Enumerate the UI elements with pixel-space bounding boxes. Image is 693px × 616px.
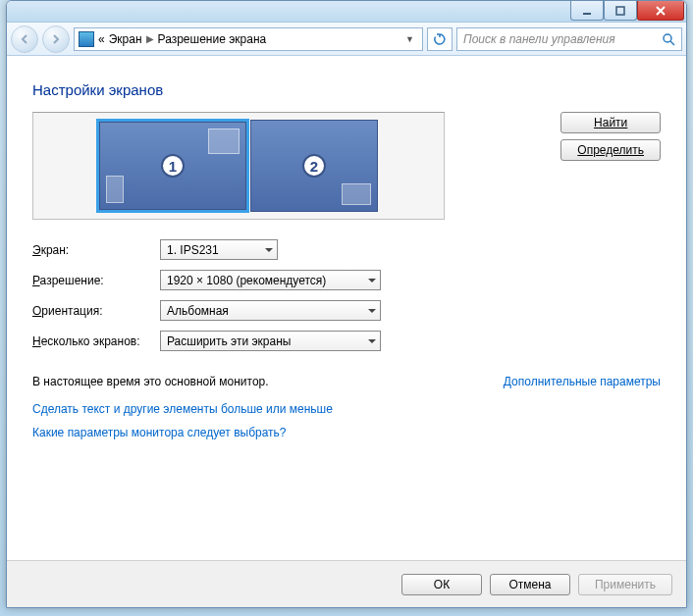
svg-point-2 xyxy=(664,34,671,42)
chevron-down-icon xyxy=(265,248,273,252)
svg-rect-0 xyxy=(583,13,591,15)
ok-button[interactable]: ОК xyxy=(401,574,482,595)
display-select[interactable]: 1. IPS231 xyxy=(160,239,278,260)
navbar: « Экран ▶ Разрешение экрана ▼ Поиск в па… xyxy=(7,23,686,56)
display-label: Экран: xyxy=(32,243,160,257)
projector-link[interactable]: Какие параметры монитора следует выбрать… xyxy=(32,426,661,439)
back-button[interactable] xyxy=(11,26,38,53)
chevron-right-icon: ▶ xyxy=(146,33,154,44)
display-value: 1. IPS231 xyxy=(167,243,219,257)
resolution-value: 1920 × 1080 (рекомендуется) xyxy=(167,274,326,287)
display-preview[interactable]: 1 2 xyxy=(32,112,445,220)
page-title: Настройки экранов xyxy=(32,81,661,98)
orientation-label: Ориентация: xyxy=(32,304,160,318)
close-button[interactable] xyxy=(637,1,684,21)
resolution-label: Разрешение: xyxy=(32,274,160,287)
refresh-button[interactable] xyxy=(427,27,453,51)
close-icon xyxy=(655,5,666,17)
advanced-settings-link[interactable]: Дополнительные параметры xyxy=(504,375,661,388)
breadcrumb-prefix: « xyxy=(98,32,105,46)
titlebar xyxy=(7,1,686,23)
maximize-icon xyxy=(615,6,625,16)
minimize-icon xyxy=(582,6,592,16)
monitor-1-badge: 1 xyxy=(161,154,185,178)
svg-rect-1 xyxy=(616,7,624,15)
breadcrumb-item[interactable]: Экран xyxy=(109,32,142,46)
breadcrumb-item[interactable]: Разрешение экрана xyxy=(158,32,267,46)
resolution-select[interactable]: 1920 × 1080 (рекомендуется) xyxy=(160,270,381,290)
multiple-displays-label: Несколько экранов: xyxy=(32,334,160,348)
address-bar[interactable]: « Экран ▶ Разрешение экрана ▼ xyxy=(74,27,423,51)
orientation-value: Альбомная xyxy=(167,304,229,318)
chevron-down-icon[interactable]: ▼ xyxy=(401,34,418,44)
apply-button: Применить xyxy=(578,574,672,595)
chevron-down-icon xyxy=(368,279,376,282)
maximize-button[interactable] xyxy=(604,1,637,21)
orientation-select[interactable]: Альбомная xyxy=(160,300,381,321)
cancel-button[interactable]: Отмена xyxy=(490,574,570,595)
search-icon xyxy=(662,32,675,46)
arrow-right-icon xyxy=(50,33,62,45)
multiple-displays-value: Расширить эти экраны xyxy=(167,334,291,348)
content-area: Настройки экранов 1 2 Найти Определить xyxy=(7,56,686,607)
chevron-down-icon xyxy=(368,339,376,343)
control-panel-icon xyxy=(79,31,94,47)
search-placeholder: Поиск в панели управления xyxy=(463,32,662,46)
chevron-down-icon xyxy=(368,309,376,313)
text-size-link[interactable]: Сделать текст и другие элементы больше и… xyxy=(32,402,661,416)
minimize-button[interactable] xyxy=(570,1,604,21)
identify-button[interactable]: Определить xyxy=(560,139,661,161)
monitor-1[interactable]: 1 xyxy=(99,122,246,210)
breadcrumb: « Экран ▶ Разрешение экрана xyxy=(98,32,266,46)
arrow-left-icon xyxy=(19,33,30,45)
monitor-2-badge: 2 xyxy=(302,154,326,178)
primary-monitor-status: В настоящее время это основной монитор. xyxy=(32,375,269,388)
multiple-displays-select[interactable]: Расширить эти экраны xyxy=(160,331,381,351)
monitor-2[interactable]: 2 xyxy=(250,120,378,212)
find-button[interactable]: Найти xyxy=(560,112,661,133)
forward-button[interactable] xyxy=(42,26,70,53)
search-input[interactable]: Поиск в панели управления xyxy=(456,27,682,51)
dialog-footer: ОК Отмена Применить xyxy=(7,560,686,607)
refresh-icon xyxy=(433,32,447,46)
window-frame: « Экран ▶ Разрешение экрана ▼ Поиск в па… xyxy=(6,0,687,608)
